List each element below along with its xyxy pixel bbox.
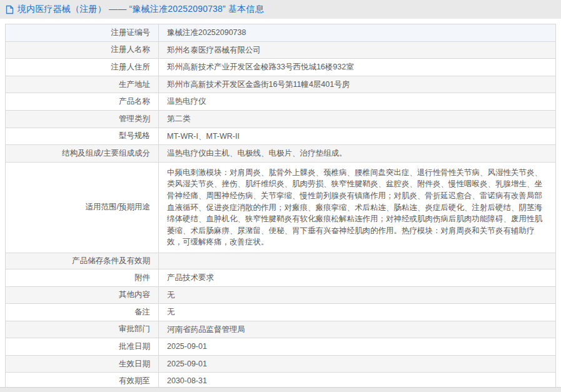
row-value: 产品技术要求 xyxy=(159,269,556,286)
row-label: 审批部门 xyxy=(6,321,159,338)
table-row: 备注无 xyxy=(6,304,556,321)
info-table-body: 注册证编号豫械注准20252090738注册人名称郑州名泰医疗器械有限公司注册人… xyxy=(6,24,556,392)
row-value: 温热电疗仪 xyxy=(159,93,556,111)
row-value: MT-WR-I、MT-WR-II xyxy=(159,128,556,145)
table-row: 其他内容无 xyxy=(6,286,556,304)
table-row: 适用范围/预期用途中频电刺激模块：对肩周炎、肱骨外上髁炎、颈椎病、腰椎间盘突出症… xyxy=(6,162,556,253)
row-value: 郑州高新技术产业开发区金梭路33号西悦城16楼932室 xyxy=(159,59,556,76)
info-table: 注册证编号豫械注准20252090738注册人名称郑州名泰医疗器械有限公司注册人… xyxy=(5,24,556,392)
table-row: 审批部门河南省药品监督管理局 xyxy=(6,321,556,338)
row-label: 生效日期 xyxy=(6,355,159,373)
row-value: 无 xyxy=(159,286,556,304)
table-row: 生效日期2025-09-01 xyxy=(6,355,556,373)
row-value: 郑州名泰医疗器械有限公司 xyxy=(159,41,556,59)
table-row: 附件产品技术要求 xyxy=(6,269,556,286)
row-value: 2025-09-01 xyxy=(159,355,556,373)
row-label: 批准日期 xyxy=(6,338,159,356)
row-label: 产品储存条件及有效期 xyxy=(6,253,159,269)
table-row: 结构及组成/主要组成成分温热电疗仪由主机、电极线、电极片、治疗垫组成。 xyxy=(6,145,556,163)
row-value: 豫械注准20252090738 xyxy=(159,24,556,42)
row-value: 无 xyxy=(159,304,556,321)
row-label: 管理类别 xyxy=(6,110,159,128)
table-row: 产品名称温热电疗仪 xyxy=(6,93,556,111)
row-label: 附件 xyxy=(6,269,159,286)
document-icon xyxy=(6,5,14,14)
header-bar: 境内医疗器械（注册） —— “豫械注准20252090738” 基本信息 xyxy=(0,0,561,19)
row-value: 温热电疗仪由主机、电极线、电极片、治疗垫组成。 xyxy=(159,145,556,163)
table-row: 注册人住所郑州高新技术产业开发区金梭路33号西悦城16楼932室 xyxy=(6,59,556,76)
table-row: 注册证编号豫械注准20252090738 xyxy=(6,24,556,42)
row-label: 结构及组成/主要组成成分 xyxy=(6,145,159,163)
row-label: 其他内容 xyxy=(6,286,159,304)
table-row: 批准日期2025-09-01 xyxy=(6,338,556,356)
row-label: 生产地址 xyxy=(6,76,159,93)
row-value: 郑州市高新技术开发区金盏街16号第11幢4层401号房 xyxy=(159,76,556,93)
row-label: 产品名称 xyxy=(6,93,159,111)
row-label: 注册证编号 xyxy=(6,24,159,42)
page-title: 境内医疗器械（注册） —— “豫械注准20252090738” 基本信息 xyxy=(18,4,264,15)
row-label: 注册人住所 xyxy=(6,59,159,76)
table-row: 管理类别第二类 xyxy=(6,110,556,128)
table-row: 生产地址郑州市高新技术开发区金盏街16号第11幢4层401号房 xyxy=(6,76,556,93)
table-row: 注册人名称郑州名泰医疗器械有限公司 xyxy=(6,41,556,59)
row-label: 注册人名称 xyxy=(6,41,159,59)
registration-info-panel: 注册证编号豫械注准20252090738注册人名称郑州名泰医疗器械有限公司注册人… xyxy=(5,24,556,392)
table-row: 产品储存条件及有效期 xyxy=(6,253,556,269)
table-row: 型号规格MT-WR-I、MT-WR-II xyxy=(6,128,556,145)
row-value: 中频电刺激模块：对肩周炎、肱骨外上髁炎、颈椎病、腰椎间盘突出症、退行性骨性关节病… xyxy=(159,162,556,253)
row-value: 第二类 xyxy=(159,110,556,128)
row-value: 2025-09-01 xyxy=(159,338,556,356)
row-label: 适用范围/预期用途 xyxy=(6,162,159,253)
page-bottom-strip xyxy=(0,387,561,392)
row-value: 河南省药品监督管理局 xyxy=(159,321,556,338)
row-label: 备注 xyxy=(6,304,159,321)
row-label: 型号规格 xyxy=(6,128,159,145)
row-value xyxy=(159,253,556,269)
